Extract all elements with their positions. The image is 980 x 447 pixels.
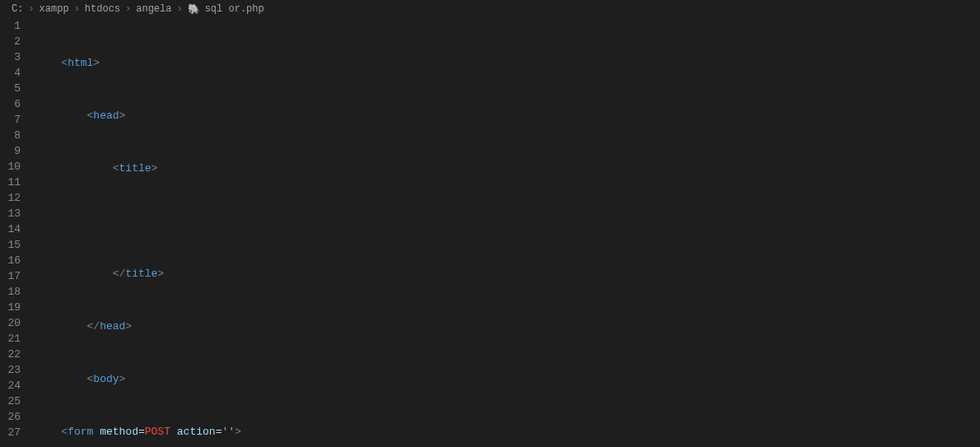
blank-line	[35, 213, 980, 229]
breadcrumb-part[interactable]: angela	[136, 3, 171, 15]
line-number: 6	[0, 96, 21, 112]
breadcrumb[interactable]: C: › xampp › htdocs › angela › 🐘 sql or.…	[0, 0, 980, 18]
breadcrumb-part[interactable]: htdocs	[85, 3, 120, 15]
line-number: 11	[0, 175, 21, 190]
line-number: 1	[0, 18, 21, 34]
line-number: 20	[0, 315, 21, 331]
line-number: 19	[0, 300, 21, 315]
line-number: 4	[0, 65, 21, 81]
line-number: 13	[0, 206, 21, 221]
line-number-gutter: 1 2 3 4 5 6 7 8 9 10 11 12 13 14 15 16 1…	[0, 18, 35, 447]
line-number: 7	[0, 112, 21, 128]
line-number: 25	[0, 393, 21, 409]
chevron-right-icon: ›	[125, 3, 131, 15]
code-editor[interactable]: 1 2 3 4 5 6 7 8 9 10 11 12 13 14 15 16 1…	[0, 18, 980, 447]
line-number: 24	[0, 378, 21, 393]
line-number: 9	[0, 143, 21, 159]
line-number: 21	[0, 331, 21, 347]
line-number: 18	[0, 284, 21, 300]
chevron-right-icon: ›	[28, 3, 34, 15]
line-number: 26	[0, 409, 21, 425]
line-number: 10	[0, 159, 21, 175]
breadcrumb-part[interactable]: xampp	[40, 3, 69, 15]
line-number: 22	[0, 347, 21, 362]
line-number: 27	[0, 425, 21, 440]
line-number: 14	[0, 221, 21, 237]
line-number: 17	[0, 268, 21, 284]
line-number: 15	[0, 237, 21, 253]
line-number: 8	[0, 128, 21, 143]
php-icon: 🐘	[188, 3, 200, 16]
breadcrumb-file[interactable]: sql or.php	[205, 3, 264, 15]
line-number: 5	[0, 81, 21, 96]
line-number: 23	[0, 362, 21, 378]
line-number: 2	[0, 34, 21, 49]
line-number: 16	[0, 253, 21, 268]
line-number: 12	[0, 190, 21, 206]
code-area[interactable]: <html> <head> <title> </title> </head> <…	[35, 18, 980, 447]
breadcrumb-part[interactable]: C:	[12, 3, 23, 15]
chevron-right-icon: ›	[74, 3, 80, 15]
line-number: 3	[0, 49, 21, 65]
chevron-right-icon: ›	[176, 3, 182, 15]
